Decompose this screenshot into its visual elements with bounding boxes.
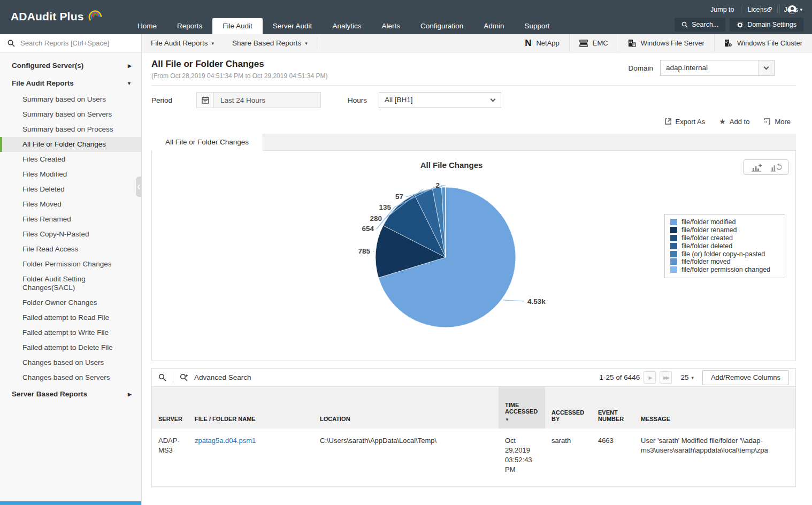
chevron-right-icon: ▶ <box>128 392 132 397</box>
cell-server: ADAP-MS3 <box>152 429 188 486</box>
sidebar-report-item[interactable]: Changes based on Servers <box>0 370 141 385</box>
col-header-time-accessed[interactable]: TIME ACCESSED ▼ <box>499 387 545 429</box>
sidebar-section-server-based-reports[interactable]: Server Based Reports ▶ <box>0 385 141 403</box>
emc-icon <box>579 40 588 47</box>
domain-settings-button[interactable]: Domain Settings <box>730 18 803 32</box>
sidebar-report-item[interactable]: Folder Owner Changes <box>0 295 141 310</box>
help-icon[interactable]: ? <box>760 5 780 14</box>
star-icon: ★ <box>719 117 726 126</box>
pie-slice-value-label: 57 <box>395 193 403 201</box>
sidebar: Configured Server(s) ▶ File Audit Report… <box>0 52 142 505</box>
more-icon <box>763 118 771 125</box>
sidebar-report-item[interactable]: Summary based on Users <box>0 92 141 107</box>
export-as-button[interactable]: Export As <box>664 118 706 126</box>
report-tabstrip: All File or Folder Changes <box>151 134 796 151</box>
col-header-server[interactable]: SERVER <box>152 387 188 429</box>
sidebar-report-item[interactable]: Files Created <box>0 152 141 167</box>
report-header: All File or Folder Changes (From Oct 28,… <box>151 52 796 86</box>
col-header-accessed-by[interactable]: ACCESSED BY <box>545 387 592 429</box>
advanced-search-button[interactable]: Advanced Search <box>173 373 258 381</box>
navbar-top-right: ? ▾ <box>760 4 805 16</box>
pie-slice-value-label: 2 <box>435 181 440 189</box>
sidebar-report-item[interactable]: Failed attempt to Write File <box>0 325 141 340</box>
legend-item: file/folder created <box>670 234 779 242</box>
sidebar-report-item[interactable]: Summary based on Servers <box>0 107 141 122</box>
sidebar-report-item[interactable]: Files Copy-N-Pasted <box>0 227 141 242</box>
legend-item: file/folder modified <box>670 218 779 226</box>
report-search-input[interactable] <box>20 39 133 47</box>
legend-color-chip <box>670 251 677 257</box>
domain-select[interactable]: adap.internal <box>660 60 775 76</box>
col-header-event-number[interactable]: EVENT NUMBER <box>592 387 634 429</box>
windows-file-server-tab[interactable]: Windows File Server <box>618 34 714 52</box>
search-icon <box>681 21 688 28</box>
last-page-button[interactable]: ▶▶ <box>660 371 672 384</box>
sidebar-report-item[interactable]: Files Renamed <box>0 212 141 227</box>
col-header-message[interactable]: MESSAGE <box>634 387 795 429</box>
nav-menu-item[interactable]: Analytics <box>322 18 371 34</box>
app-logo[interactable]: ADAudit Plus <box>11 9 103 25</box>
report-search-box[interactable] <box>0 34 142 52</box>
brand-swirl-icon <box>87 9 103 25</box>
sidebar-section-file-audit-reports[interactable]: File Audit Reports ▼ <box>0 74 141 92</box>
windows-file-cluster-icon <box>724 39 732 47</box>
sidebar-collapse-handle[interactable]: ❮ <box>136 177 142 197</box>
col-header-location[interactable]: LOCATION <box>313 387 499 429</box>
nav-menu-item[interactable]: Reports <box>167 18 212 34</box>
calendar-button[interactable] <box>196 92 214 108</box>
cell-location: C:\Users\sarath\AppData\Local\Temp\ <box>313 429 499 486</box>
nav-menu-item[interactable]: File Audit <box>212 18 263 34</box>
chart-panel: All File Changes 4.53k7 <box>151 151 796 361</box>
sidebar-report-item[interactable]: Changes based on Users <box>0 355 141 370</box>
col-header-file-folder-name[interactable]: FILE / FOLDER NAME <box>188 387 313 429</box>
next-page-button[interactable]: ▶ <box>644 371 656 384</box>
nav-menu-item[interactable]: Alerts <box>371 18 410 34</box>
sidebar-report-item[interactable]: Folder Permission Changes <box>0 257 141 272</box>
add-remove-columns-button[interactable]: Add/Remove Columns <box>702 370 789 385</box>
legend-item: file/folder moved <box>670 258 779 266</box>
file-name-link[interactable]: zpatag5a.d04.psm1 <box>195 437 256 445</box>
sidebar-section-configured-servers[interactable]: Configured Server(s) ▶ <box>0 57 141 74</box>
hours-select[interactable]: All [BH1] <box>379 92 501 108</box>
chevron-down-icon <box>485 93 501 108</box>
sidebar-report-item[interactable]: Failed attempt to Delete File <box>0 340 141 355</box>
sidebar-report-item[interactable]: All File or Folder Changes <box>0 137 141 152</box>
table-search-button[interactable] <box>152 373 173 381</box>
global-search-label: Search... <box>692 21 718 28</box>
sidebar-report-item[interactable]: Files Deleted <box>0 182 141 197</box>
sidebar-report-item[interactable]: Folder Audit Setting Changes(SACL) <box>0 272 141 295</box>
user-menu[interactable]: ▾ <box>779 5 805 14</box>
file-audit-reports-dropdown[interactable]: File Audit Reports▾ <box>142 34 223 52</box>
nav-menu-item[interactable]: Home <box>127 18 167 34</box>
more-button[interactable]: More <box>763 118 791 126</box>
nav-menu-item[interactable]: Support <box>515 18 560 34</box>
netapp-icon: N <box>525 38 531 49</box>
sidebar-report-list: Summary based on UsersSummary based on S… <box>0 92 141 385</box>
legend-color-chip <box>670 258 677 265</box>
sidebar-report-item[interactable]: File Read Access <box>0 242 141 257</box>
add-to-button[interactable]: ★ Add to <box>719 117 749 126</box>
emc-tab[interactable]: EMC <box>569 34 618 52</box>
nav-menu-item[interactable]: Configuration <box>410 18 473 34</box>
period-label: Period <box>151 96 172 104</box>
windows-file-cluster-tab[interactable]: Windows File Cluster <box>714 34 812 52</box>
sidebar-report-item[interactable]: Failed attempt to Read File <box>0 310 141 325</box>
sidebar-report-item[interactable]: Files Modified <box>0 167 141 182</box>
tab-all-file-or-folder-changes[interactable]: All File or Folder Changes <box>151 134 263 151</box>
cell-event-number: 4663 <box>592 429 634 486</box>
period-input[interactable] <box>214 92 321 108</box>
page-size-select[interactable]: 25 ▾ <box>680 373 694 381</box>
share-based-reports-dropdown[interactable]: Share Based Reports▾ <box>223 34 317 52</box>
nav-menu-item[interactable]: Admin <box>473 18 514 34</box>
cell-message: User 'sarath' Modified file/folder '\\ad… <box>634 429 795 486</box>
sidebar-report-item[interactable]: Summary based on Process <box>0 122 141 137</box>
domain-selector-row: Domain adap.internal <box>628 60 775 76</box>
netapp-tab[interactable]: N NetApp <box>515 34 569 52</box>
global-search-button[interactable]: Search... <box>675 18 725 32</box>
table-toolbar: Advanced Search 1-25 of 6446 ▶ ▶▶ 25 ▾ A… <box>152 369 795 387</box>
legend-color-chip <box>670 219 677 225</box>
sidebar-report-item[interactable]: Files Moved <box>0 197 141 212</box>
nav-menu-item[interactable]: Server Audit <box>263 18 323 34</box>
sidebar-scroll-strip[interactable] <box>0 501 141 505</box>
caret-down-icon: ▾ <box>212 41 215 46</box>
